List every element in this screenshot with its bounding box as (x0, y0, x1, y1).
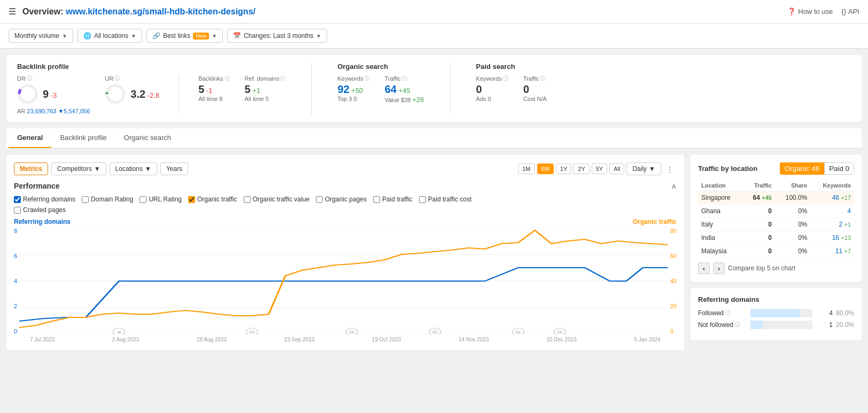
time-2y-btn[interactable]: 2Y (574, 163, 589, 174)
referring-domains-card: Referring domains Followed ⓘ 4 80.0% Not… (691, 288, 862, 340)
referring-domains-checkbox[interactable] (14, 196, 21, 203)
code-icon: {} (841, 7, 846, 15)
td-keywords: 4 (810, 205, 854, 218)
info-icon[interactable]: ⓘ (725, 309, 731, 317)
dr-chart-wrap: 9 -3 (17, 83, 90, 105)
compare-next-btn[interactable]: › (713, 262, 725, 274)
ref-label: Not followed ⓘ (698, 321, 746, 329)
url-rating-checkbox[interactable] (140, 196, 146, 203)
dr-value: 9 (43, 88, 49, 100)
checkbox-paid-traffic[interactable]: Paid traffic (373, 196, 412, 203)
organic-traffic-change: +45 (399, 87, 410, 95)
ar-row: AR 23,690,763 ▼5,547,056 (17, 108, 90, 114)
api-link[interactable]: {} API (841, 7, 859, 15)
monthly-volume-btn[interactable]: Monthly volume ▼ (9, 29, 73, 43)
td-location: India (698, 231, 743, 245)
time-6m-btn[interactable]: 6M (537, 163, 554, 174)
paid-traffic-metric: Traffic ⓘ 0 Cost N/A (523, 75, 547, 102)
metrics-btn[interactable]: Metrics (14, 162, 48, 175)
more-options-btn[interactable]: ⋮ (663, 163, 677, 175)
checkbox-referring-domains[interactable]: Referring domains (14, 196, 75, 203)
checkbox-paid-traffic-cost[interactable]: Paid traffic cost (419, 196, 472, 203)
chevron-down-icon: ▼ (94, 165, 100, 173)
time-1y-btn[interactable]: 1Y (556, 163, 571, 174)
td-traffic: 0 (743, 205, 775, 218)
organic-traffic-checkbox[interactable] (188, 196, 195, 203)
ar-value: 23,690,763 (27, 108, 56, 114)
performance-title-row: Performance ∧ (14, 182, 677, 190)
backlinks-change: -1 (206, 87, 213, 95)
chevron-down-icon: ▼ (649, 165, 655, 173)
chevron-down-icon: ▼ (212, 33, 217, 39)
organic-keywords-change: +50 (351, 87, 363, 95)
header: ☰ Overview: www.kitchenate.sg/small-hdb-… (0, 0, 868, 24)
traffic-by-location-card: Traffic by location Organic 46 Paid 0 Lo… (691, 155, 862, 282)
info-icon[interactable]: ⓘ (27, 75, 32, 82)
best-links-btn[interactable]: 🔗 Best links New ▼ (146, 29, 223, 43)
paid-traffic-checkbox[interactable] (373, 196, 380, 203)
info-icon[interactable]: ⓘ (365, 75, 370, 82)
paid-keywords-value: 0 (476, 83, 508, 96)
ar-change: ▼5,547,056 (58, 108, 90, 114)
dr-value-wrap: 9 -3 (43, 88, 57, 100)
right-panel: Traffic by location Organic 46 Paid 0 Lo… (691, 155, 862, 350)
organic-pages-checkbox[interactable] (316, 196, 323, 203)
daily-btn[interactable]: Daily ▼ (626, 162, 661, 175)
tab-backlink-profile[interactable]: Backlink profile (51, 128, 115, 148)
competitors-btn[interactable]: Competitors ▼ (51, 162, 106, 175)
compare-label: Compare top 5 on chart (728, 264, 795, 272)
ref-bar (750, 309, 800, 317)
checkbox-domain-rating[interactable]: Domain Rating (82, 196, 133, 203)
paid-toggle-btn[interactable]: Paid 0 (824, 162, 854, 175)
how-to-use-link[interactable]: ❓ How to use (787, 7, 833, 15)
menu-icon[interactable]: ☰ (9, 6, 16, 17)
organic-keywords-value: 92 (337, 83, 349, 95)
organic-traffic-line (19, 230, 668, 328)
main-content: Metrics Competitors ▼ Locations ▼ Years … (6, 155, 862, 350)
table-row: India 0 0% 16 +13 (698, 231, 854, 245)
ref-value: 1 (817, 321, 833, 329)
checkbox-url-rating[interactable]: URL Rating (140, 196, 182, 203)
checkbox-crawled-pages[interactable]: Crawled pages (14, 206, 66, 214)
performance-title: Performance (14, 182, 60, 190)
referring-domains-card-title: Referring domains (698, 295, 759, 303)
td-location: Ghana (698, 205, 743, 218)
years-btn[interactable]: Years (160, 162, 188, 175)
info-icon[interactable]: ⓘ (402, 75, 407, 82)
tab-organic-search[interactable]: Organic search (115, 128, 180, 148)
info-icon[interactable]: ⓘ (503, 75, 508, 82)
dr-metric: DR ⓘ 9 -3 (17, 75, 90, 114)
crawled-pages-checkbox[interactable] (14, 207, 21, 214)
domain-rating-checkbox[interactable] (82, 196, 89, 203)
checkbox-organic-traffic[interactable]: Organic traffic (188, 196, 237, 203)
time-5y-btn[interactable]: 5Y (592, 163, 607, 174)
col-traffic: Traffic (743, 180, 775, 191)
info-icon[interactable]: ⓘ (280, 75, 285, 82)
compare-prev-btn[interactable]: ‹ (698, 262, 710, 274)
page-url-link[interactable]: www.kitchenate.sg/small-hdb-kitchen-desi… (66, 7, 255, 16)
all-locations-btn[interactable]: 🌐 All locations ▼ (78, 29, 142, 43)
td-share: 100.0% (775, 191, 811, 205)
info-icon[interactable]: ⓘ (114, 75, 120, 82)
checkbox-organic-pages[interactable]: Organic pages (316, 196, 367, 203)
changes-btn[interactable]: 📅 Changes: Last 3 months ▼ (227, 29, 327, 43)
tab-general[interactable]: General (9, 128, 51, 148)
ref-domains-alltime: All time 5 (245, 96, 286, 102)
ref-value: 4 (817, 309, 833, 317)
ref-label: Followed ⓘ (698, 309, 746, 317)
time-all-btn[interactable]: All (609, 163, 624, 174)
info-icon[interactable]: ⓘ (735, 321, 740, 329)
info-icon[interactable]: ⓘ (540, 75, 546, 82)
collapse-btn[interactable]: ∧ (671, 182, 677, 190)
time-controls: 1M 6M 1Y 2Y 5Y All Daily ▼ ⋮ (518, 162, 677, 175)
organic-toggle-btn[interactable]: Organic 46 (780, 162, 824, 175)
checkbox-organic-traffic-value[interactable]: Organic traffic value (244, 196, 310, 203)
locations-btn[interactable]: Locations ▼ (110, 162, 157, 175)
td-keywords: 16 +13 (810, 231, 854, 245)
time-1m-btn[interactable]: 1M (518, 163, 534, 174)
organic-traffic-value-checkbox[interactable] (244, 196, 251, 203)
info-icon[interactable]: ⓘ (224, 75, 230, 82)
chart-legend: Referring domains Organic traffic (14, 218, 677, 225)
paid-traffic-cost-checkbox[interactable] (419, 196, 426, 203)
td-traffic: 64 +45 (743, 191, 775, 205)
